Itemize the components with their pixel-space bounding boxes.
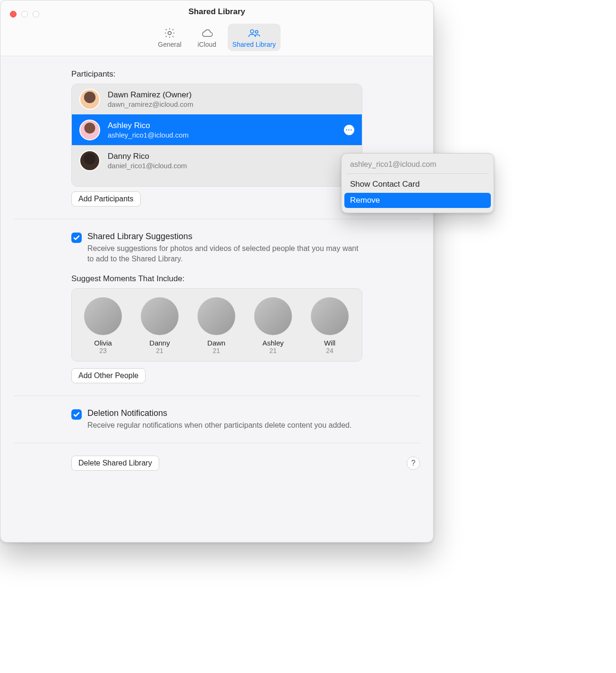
person-item[interactable]: Danny 21: [138, 297, 181, 354]
participant-name: Ashley Rico: [108, 121, 188, 130]
menu-show-contact-card[interactable]: Show Contact Card: [342, 177, 494, 192]
participant-row[interactable]: Ashley Rico ashley_rico1@icloud.com ···: [72, 114, 362, 145]
divider: [14, 396, 420, 396]
divider: [14, 443, 420, 443]
menu-separator: [346, 173, 489, 174]
svg-point-2: [255, 31, 258, 34]
person-name: Will: [324, 339, 335, 347]
person-count: 21: [156, 347, 163, 354]
tab-shared-library[interactable]: Shared Library: [228, 24, 281, 51]
suggestions-title: Shared Library Suggestions: [87, 232, 361, 242]
add-participants-button[interactable]: Add Participants: [71, 191, 141, 207]
suggestions-section: Shared Library Suggestions Receive sugge…: [71, 232, 362, 383]
suggestions-checkbox[interactable]: [71, 233, 82, 243]
cloud-icon: [200, 26, 214, 40]
settings-window: Shared Library General iCloud Shared Lib…: [0, 0, 434, 543]
person-count: 21: [213, 347, 220, 354]
context-menu-email: ashley_rico1@icloud.com: [342, 158, 494, 173]
deletion-title: Deletion Notifications: [87, 408, 351, 418]
delete-shared-library-button[interactable]: Delete Shared Library: [71, 456, 159, 471]
tab-label: General: [158, 41, 181, 48]
person-photo: [84, 297, 122, 335]
participant-text: Ashley Rico ashley_rico1@icloud.com: [108, 121, 188, 139]
content: Participants: Dawn Ramirez (Owner) dawn_…: [0, 56, 433, 482]
svg-point-1: [250, 30, 254, 33]
person-name: Dawn: [207, 339, 225, 347]
avatar: [79, 150, 100, 171]
menu-remove[interactable]: Remove: [344, 193, 491, 208]
participant-row[interactable]: Danny Rico daniel_rico1@icloud.com: [72, 145, 362, 176]
participant-text: Dawn Ramirez (Owner) dawn_ramirez@icloud…: [108, 90, 193, 108]
tab-general[interactable]: General: [153, 24, 186, 51]
participant-row[interactable]: Dawn Ramirez (Owner) dawn_ramirez@icloud…: [72, 84, 362, 114]
suggestions-desc: Receive suggestions for photos and video…: [87, 243, 361, 264]
more-button[interactable]: ···: [344, 125, 354, 135]
person-name: Olivia: [94, 339, 112, 347]
person-photo: [197, 297, 235, 335]
titlebar: Shared Library General iCloud Shared Lib…: [0, 0, 433, 56]
participant-email: dawn_ramirez@icloud.com: [108, 100, 193, 108]
participant-email: daniel_rico1@icloud.com: [108, 162, 187, 170]
person-photo: [141, 297, 179, 335]
person-item[interactable]: Olivia 23: [81, 297, 125, 354]
person-item[interactable]: Dawn 21: [195, 297, 238, 354]
participant-text: Danny Rico daniel_rico1@icloud.com: [108, 152, 187, 170]
people-card: Olivia 23 Danny 21 Dawn 21 Ashley 21: [71, 288, 362, 362]
help-button[interactable]: ?: [407, 457, 420, 470]
add-other-people-button[interactable]: Add Other People: [71, 368, 145, 383]
person-count: 24: [326, 347, 334, 354]
deletion-desc: Receive regular notifications when other…: [87, 420, 351, 431]
svg-point-0: [168, 32, 171, 35]
suggest-moments-label: Suggest Moments That Include:: [71, 274, 362, 284]
participant-context-menu: ashley_rico1@icloud.com Show Contact Car…: [341, 153, 494, 213]
participant-row-partial: [72, 176, 362, 186]
gear-icon: [163, 26, 176, 40]
deletion-section: Deletion Notifications Receive regular n…: [71, 408, 362, 431]
tab-label: iCloud: [197, 41, 216, 48]
tab-icloud[interactable]: iCloud: [193, 24, 221, 51]
people-icon: [248, 26, 261, 40]
divider: [14, 219, 420, 219]
avatar: [79, 89, 100, 110]
person-name: Danny: [149, 339, 170, 347]
participants-label: Participants:: [0, 69, 433, 84]
person-count: 21: [269, 347, 277, 354]
avatar: [79, 120, 100, 140]
participant-name: Dawn Ramirez (Owner): [108, 90, 193, 100]
deletion-checkbox[interactable]: [71, 409, 82, 420]
toolbar-tabs: General iCloud Shared Library: [0, 24, 433, 51]
person-photo: [311, 297, 349, 335]
person-count: 23: [99, 347, 107, 354]
tab-label: Shared Library: [232, 41, 276, 48]
person-item[interactable]: Will 24: [308, 297, 351, 354]
person-item[interactable]: Ashley 21: [251, 297, 295, 354]
participants-list: Dawn Ramirez (Owner) dawn_ramirez@icloud…: [71, 84, 362, 187]
window-title: Shared Library: [0, 7, 433, 17]
person-photo: [254, 297, 292, 335]
participant-email: ashley_rico1@icloud.com: [108, 131, 188, 139]
person-name: Ashley: [262, 339, 283, 347]
participant-name: Danny Rico: [108, 152, 187, 161]
